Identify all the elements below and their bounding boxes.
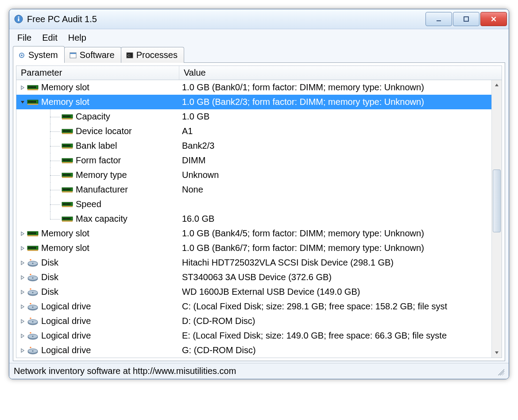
- expand-icon[interactable]: [19, 230, 26, 237]
- svg-point-115: [32, 292, 34, 293]
- menu-file[interactable]: File: [13, 32, 36, 44]
- svg-point-121: [32, 321, 34, 322]
- collapse-icon[interactable]: [19, 99, 26, 106]
- column-parameter[interactable]: Parameter: [16, 66, 179, 80]
- expand-icon[interactable]: [19, 274, 26, 281]
- cell-value: 16.0 GB: [179, 214, 502, 224]
- svg-rect-102: [31, 247, 32, 249]
- tree-node-row[interactable]: DiskST340063 3A USB Device (372.6 GB): [16, 270, 502, 285]
- expand-icon[interactable]: [19, 318, 26, 325]
- tree-node-row[interactable]: Memory slot1.0 GB (Bank6/7; form factor:…: [16, 241, 502, 255]
- expand-icon[interactable]: [19, 259, 26, 266]
- tree-line-icon: [44, 212, 62, 226]
- svg-rect-98: [27, 235, 38, 236]
- tree-grid: Parameter Value Memory slot1.0 GB (Bank0…: [16, 66, 502, 358]
- tab-processes[interactable]: C: Processes: [121, 47, 184, 63]
- tree-node-row[interactable]: Memory slot1.0 GB (Bank0/1; form factor:…: [16, 80, 502, 95]
- svg-rect-80: [68, 203, 69, 205]
- scroll-down-icon[interactable]: [492, 348, 502, 358]
- expand-icon[interactable]: [19, 303, 26, 310]
- svg-rect-89: [70, 218, 70, 220]
- disk-icon: [27, 258, 39, 267]
- tree-node-row[interactable]: DiskWD 1600JB External USB Device (149.0…: [16, 285, 502, 299]
- cell-value: Bank2/3: [179, 141, 502, 151]
- svg-rect-58: [62, 162, 73, 163]
- grid-body[interactable]: Memory slot1.0 GB (Bank0/1; form factor:…: [16, 80, 502, 358]
- tab-system[interactable]: System: [13, 46, 65, 63]
- tree-child-row[interactable]: Capacity1.0 GB: [16, 109, 502, 124]
- cell-parameter: Max capacity: [16, 212, 179, 226]
- scroll-up-icon[interactable]: [492, 80, 502, 90]
- tree-child-row[interactable]: Speed: [16, 197, 502, 212]
- titlebar[interactable]: Free PC Audit 1.5: [9, 9, 509, 29]
- column-value[interactable]: Value: [179, 66, 502, 80]
- expand-icon[interactable]: [19, 289, 26, 296]
- svg-rect-16: [34, 86, 35, 88]
- svg-rect-14: [31, 86, 32, 88]
- svg-rect-103: [32, 247, 33, 249]
- row-label: Device locator: [76, 126, 132, 136]
- statusbar: Network inventory software at http://www…: [9, 363, 509, 379]
- tree-child-row[interactable]: Bank labelBank2/3: [16, 139, 502, 153]
- svg-rect-71: [67, 189, 68, 190]
- cell-value: DIMM: [179, 155, 502, 166]
- tree-node-row[interactable]: DiskHitachi HDT725032VLA SCSI Disk Devic…: [16, 255, 502, 270]
- scroll-track[interactable]: [492, 90, 502, 348]
- scroll-thumb[interactable]: [493, 170, 501, 232]
- tree-node-row[interactable]: Memory slot1.0 GB (Bank2/3; form factor:…: [16, 95, 502, 109]
- row-label: Memory type: [76, 170, 127, 180]
- tree-node-row[interactable]: Logical driveD: (CD-ROM Disc): [16, 314, 502, 328]
- svg-rect-101: [30, 247, 31, 249]
- tree-node-row[interactable]: Logical driveG: (CD-ROM Disc): [16, 343, 502, 358]
- row-label: Logical drive: [41, 331, 91, 341]
- svg-rect-31: [67, 116, 68, 117]
- tree-node-row[interactable]: Logical driveC: (Local Fixed Disk; size:…: [16, 299, 502, 314]
- cell-value: A1: [179, 126, 502, 136]
- expand-icon[interactable]: [19, 332, 26, 339]
- tree-child-row[interactable]: ManufacturerNone: [16, 182, 502, 197]
- row-label: Memory slot: [41, 82, 89, 92]
- cell-value: None: [179, 185, 502, 195]
- svg-rect-39: [67, 130, 68, 132]
- tree-child-row[interactable]: Device locatorA1: [16, 124, 502, 139]
- ram-icon: [62, 142, 73, 150]
- svg-rect-53: [64, 159, 65, 161]
- expand-icon[interactable]: [19, 347, 26, 354]
- close-button[interactable]: [480, 12, 507, 26]
- expand-icon[interactable]: [19, 245, 26, 252]
- cell-parameter: Disk: [16, 272, 179, 282]
- tree-line-icon: [44, 182, 62, 197]
- maximize-button[interactable]: [453, 12, 479, 26]
- vertical-scrollbar[interactable]: [491, 80, 502, 358]
- tab-software[interactable]: Software: [64, 47, 121, 63]
- svg-rect-57: [70, 159, 70, 161]
- svg-rect-81: [70, 203, 70, 205]
- drive-icon: [27, 346, 39, 355]
- tree-node-row[interactable]: Logical driveE: (Local Fixed Disk; size:…: [16, 328, 502, 343]
- svg-rect-45: [64, 145, 65, 146]
- tree-child-row[interactable]: Memory typeUnknown: [16, 168, 502, 182]
- svg-rect-54: [66, 159, 66, 161]
- menubar: File Edit Help: [9, 29, 509, 46]
- svg-rect-48: [68, 145, 69, 146]
- tree-child-row[interactable]: Form factorDIMM: [16, 153, 502, 168]
- svg-rect-85: [64, 218, 65, 220]
- menu-edit[interactable]: Edit: [38, 32, 62, 44]
- cell-parameter: Memory slot: [16, 82, 179, 92]
- minimize-button[interactable]: [425, 12, 452, 26]
- row-label: Logical drive: [41, 301, 91, 312]
- svg-rect-70: [66, 189, 66, 190]
- resize-grip-icon[interactable]: [496, 367, 504, 375]
- svg-rect-42: [62, 133, 73, 134]
- cell-parameter: Device locator: [16, 124, 179, 139]
- tree-node-row[interactable]: Memory slot1.0 GB (Bank4/5; form factor:…: [16, 226, 502, 241]
- svg-rect-36: [63, 130, 64, 132]
- svg-rect-87: [67, 218, 68, 220]
- tree-child-row[interactable]: Max capacity16.0 GB: [16, 212, 502, 226]
- expand-icon[interactable]: [19, 84, 26, 91]
- menu-help[interactable]: Help: [64, 32, 91, 44]
- cell-parameter: Memory type: [16, 168, 179, 182]
- svg-rect-23: [32, 101, 33, 103]
- cell-parameter: Memory slot: [16, 228, 179, 239]
- row-label: Form factor: [76, 155, 121, 166]
